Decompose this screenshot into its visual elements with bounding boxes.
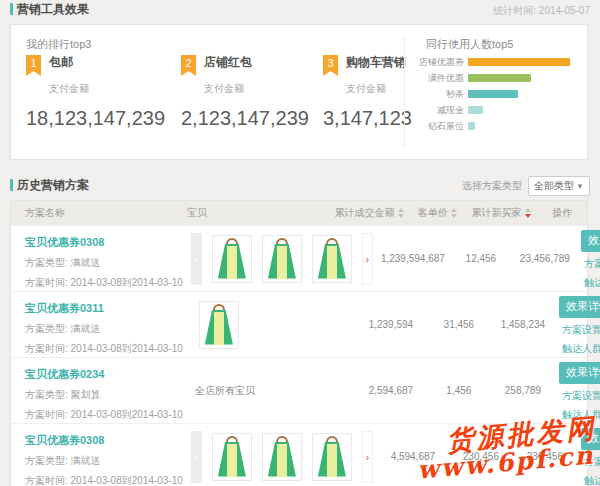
product-image[interactable]	[262, 433, 302, 481]
col-header-buyers-sort[interactable]: 累计新买家	[465, 206, 537, 220]
amount-cell: 2,594,687	[351, 358, 431, 423]
plan-info-cell: 宝贝优惠券0308 方案类型: 满就送 方案时间: 2014-03-08到201…	[11, 424, 183, 486]
peer-usage-bar-chart: 店铺优惠券 满件优惠 秒杀 减现金 钻石展位	[414, 58, 579, 138]
chart-row: 满件优惠	[414, 74, 579, 82]
amount-cell: 1,239,594,687	[373, 226, 453, 291]
rank-item-2: 2 店铺红包 支付金额 2,123,147,239	[181, 55, 309, 130]
carousel-prev-icon[interactable]: ‹	[191, 233, 202, 285]
plan-settings-link[interactable]: 方案设置>>	[562, 389, 600, 403]
history-table: 方案名称 宝贝 累计成交金额 客单价 累计新买家 操作 宝贝优惠券0308 方案…	[10, 200, 588, 486]
bar	[468, 58, 570, 66]
product-image[interactable]	[212, 433, 252, 481]
plan-settings-link[interactable]: 方案设置>>	[562, 323, 600, 337]
plan-name-link[interactable]: 宝贝优惠券0308	[25, 235, 183, 250]
history-header: 历史营销方案 选择方案类型 全部类型 ▼	[0, 176, 600, 196]
rank-value: 3,147,123	[323, 107, 412, 130]
price-cell: 12,456	[453, 226, 509, 291]
chart-row: 秒杀	[414, 90, 579, 98]
buyers-cell: 230,456	[509, 424, 581, 486]
item-carousel: ‹ ›	[191, 431, 373, 483]
items-cell: ‹ ›	[183, 424, 373, 486]
rank-tool-name: 购物车营销	[346, 55, 406, 70]
page-title: 营销工具效果	[10, 2, 89, 16]
amount-cell: 1,239,594	[351, 292, 431, 357]
metric-label: 支付金额	[204, 82, 309, 96]
items-cell	[183, 292, 351, 357]
plan-type-filter: 选择方案类型 全部类型 ▼	[462, 176, 590, 196]
bar-label: 店铺优惠券	[414, 56, 464, 69]
peer-usage-title: 同行使用人数top5	[426, 37, 513, 52]
tools-effect-header: 营销工具效果 统计时间: 2014-05-07	[0, 0, 600, 20]
rank-tool-name: 店铺红包	[204, 55, 252, 70]
rank-value: 2,123,147,239	[181, 107, 309, 130]
actions-cell: 效果详情 方案设置>> 触达人群>>	[581, 424, 600, 486]
col-header-items: 宝贝	[161, 206, 329, 220]
rank-value: 18,123,147,239	[26, 107, 165, 130]
effect-detail-button[interactable]: 效果详情	[581, 230, 600, 252]
plan-settings-link[interactable]: 方案设置>>	[584, 455, 600, 469]
effect-detail-button[interactable]: 效果详情	[559, 362, 600, 384]
product-image[interactable]	[199, 301, 239, 349]
buyers-cell: 23,456,789	[509, 226, 581, 291]
rank-item-3: 3 购物车营销 支付金额 3,147,123	[323, 55, 412, 130]
product-image[interactable]	[262, 235, 302, 283]
plan-info-cell: 宝贝优惠券0234 方案类型: 聚划算 方案时间: 2014-03-08到201…	[11, 358, 183, 423]
table-header-row: 方案名称 宝贝 累计成交金额 客单价 累计新买家 操作	[11, 201, 587, 225]
sort-icon	[451, 208, 457, 218]
chart-row: 减现金	[414, 106, 579, 114]
plan-info-cell: 宝贝优惠券0308 方案类型: 满就送 方案时间: 2014-03-08到201…	[11, 226, 183, 291]
metric-label: 支付金额	[346, 82, 412, 96]
accent-bar	[10, 3, 13, 15]
sort-icon-active	[525, 208, 531, 218]
bar-label: 秒杀	[414, 88, 464, 101]
amount-cell: 4,594,687	[373, 424, 453, 486]
chart-row: 钻石展位	[414, 122, 579, 130]
history-title: 历史营销方案	[10, 178, 89, 192]
all-items-text: 全店所有宝贝	[195, 384, 255, 398]
table-row: 宝贝优惠券0234 方案类型: 聚划算 方案时间: 2014-03-08到201…	[11, 357, 587, 423]
table-row: 宝贝优惠券0308 方案类型: 满就送 方案时间: 2014-03-08到201…	[11, 423, 587, 486]
carousel-prev-icon[interactable]: ‹	[191, 431, 202, 483]
price-cell: 230,456	[453, 424, 509, 486]
plan-name-link[interactable]: 宝贝优惠券0308	[25, 433, 183, 448]
plan-info-cell: 宝贝优惠券0311 方案类型: 满就送 方案时间: 2014-03-08到201…	[11, 292, 183, 357]
bar	[468, 122, 475, 130]
col-header-actions: 操作	[537, 206, 587, 220]
effect-detail-button[interactable]: 效果详情	[581, 428, 600, 450]
table-row: 宝贝优惠券0308 方案类型: 满就送 方案时间: 2014-03-08到201…	[11, 225, 587, 291]
carousel-next-icon[interactable]: ›	[362, 233, 373, 285]
actions-cell: 效果详情 方案设置>> 触达人群>>	[581, 226, 600, 291]
price-cell: 31,456	[431, 292, 487, 357]
accent-bar	[10, 179, 13, 191]
stat-time: 统计时间: 2014-05-07	[493, 4, 590, 18]
product-image[interactable]	[312, 433, 352, 481]
bar	[468, 106, 483, 114]
bar	[468, 74, 531, 82]
col-header-amount-sort[interactable]: 累计成交金额	[329, 206, 409, 220]
bar-label: 满件优惠	[414, 72, 464, 85]
reach-crowd-link[interactable]: 触达人群>>	[562, 408, 600, 422]
reach-crowd-link[interactable]: 触达人群>>	[584, 276, 600, 290]
plan-settings-link[interactable]: 方案设置>>	[584, 257, 600, 271]
rank-item-1: 1 包邮 支付金额 18,123,147,239	[26, 55, 165, 130]
carousel-next-icon[interactable]: ›	[362, 431, 373, 483]
plan-type-dropdown[interactable]: 全部类型 ▼	[528, 176, 590, 196]
plan-name-link[interactable]: 宝贝优惠券0311	[25, 301, 183, 316]
product-image[interactable]	[312, 235, 352, 283]
metric-label: 支付金额	[49, 82, 165, 96]
chevron-down-icon: ▼	[576, 182, 584, 191]
col-header-price-sort[interactable]: 客单价	[409, 206, 465, 220]
reach-crowd-link[interactable]: 触达人群>>	[584, 474, 600, 486]
bar	[468, 90, 518, 98]
plan-name-link[interactable]: 宝贝优惠券0234	[25, 367, 183, 382]
effect-detail-button[interactable]: 效果详情	[559, 296, 600, 318]
reach-crowd-link[interactable]: 触达人群>>	[562, 342, 600, 356]
sort-icon	[398, 208, 404, 218]
rank-badge-icon: 2	[181, 55, 196, 76]
product-image[interactable]	[212, 235, 252, 283]
actions-cell: 效果详情 方案设置>> 触达人群>>	[559, 292, 600, 357]
rank-badge-icon: 1	[26, 55, 41, 76]
my-ranking-title: 我的排行top3	[26, 37, 91, 52]
rank-badge-icon: 3	[323, 55, 338, 76]
col-header-name: 方案名称	[11, 206, 161, 220]
